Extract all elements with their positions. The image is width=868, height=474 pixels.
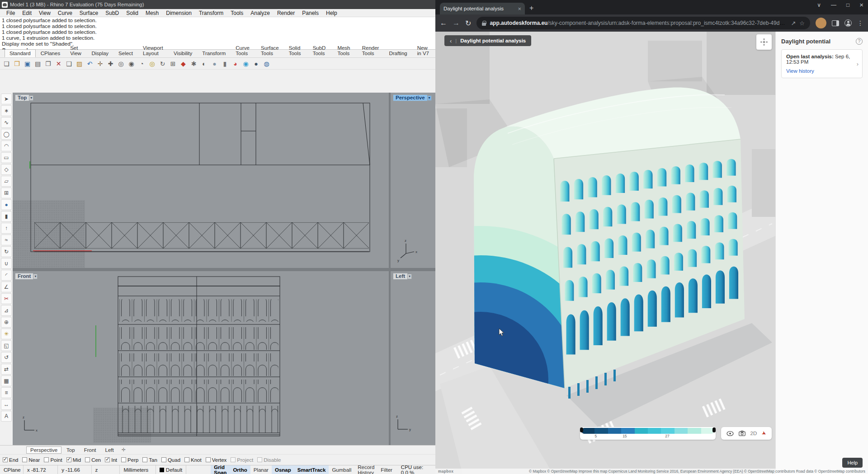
toolbar-tab[interactable]: Mesh Tools bbox=[332, 44, 357, 57]
rotate-tool-icon[interactable]: ↺ bbox=[1, 352, 12, 363]
toolbar-tab[interactable]: Transform bbox=[197, 49, 231, 57]
hide-objects-icon[interactable]: ◐ bbox=[199, 59, 209, 68]
pointer-tool-icon[interactable]: ➤ bbox=[761, 429, 768, 437]
toolbar-tab[interactable]: Display bbox=[86, 49, 113, 57]
toolbar-tab[interactable]: Surface Tools bbox=[256, 44, 284, 57]
view-history-link[interactable]: View history bbox=[786, 68, 858, 74]
mirror-tool-icon[interactable]: ⇄ bbox=[1, 364, 12, 375]
toolbar-tab[interactable]: Solid Tools bbox=[284, 44, 308, 57]
browser-menu-icon[interactable]: ⋮ bbox=[857, 19, 863, 27]
color-wheel-icon[interactable]: ◉ bbox=[241, 59, 250, 68]
checkbox-icon[interactable] bbox=[105, 457, 110, 462]
scale-tool-icon[interactable]: ◱ bbox=[1, 340, 12, 351]
help-globe-icon[interactable]: ◍ bbox=[262, 59, 271, 68]
menu-item[interactable]: Solid bbox=[123, 9, 142, 17]
status-toggle[interactable]: Ortho bbox=[230, 465, 250, 474]
select-tool-icon[interactable]: ➤ bbox=[1, 94, 12, 104]
show-objects-icon[interactable]: ● bbox=[210, 59, 219, 68]
checkbox-icon[interactable] bbox=[66, 457, 71, 462]
viewport-front-label[interactable]: Front▾ bbox=[15, 273, 38, 280]
copy-icon[interactable]: ❑ bbox=[64, 59, 74, 68]
checkbox-icon[interactable] bbox=[206, 457, 211, 462]
point-tool-icon[interactable]: ∗ bbox=[1, 105, 12, 116]
status-toggle[interactable]: Planar bbox=[250, 465, 272, 474]
osnap-checkbox[interactable]: Perp bbox=[121, 457, 138, 463]
split-tool-icon[interactable]: ⊿ bbox=[1, 305, 12, 316]
viewport-dropdown-icon[interactable]: ▾ bbox=[33, 274, 38, 279]
render-icon[interactable]: ◕ bbox=[231, 59, 240, 68]
box-tool-icon[interactable]: ⊞ bbox=[1, 188, 12, 198]
reload-icon[interactable]: ↻ bbox=[465, 19, 471, 28]
analysis-breadcrumb[interactable]: ‹ | Daylight potential analysis bbox=[444, 35, 531, 46]
checkbox-icon[interactable] bbox=[3, 457, 8, 462]
extrude-tool-icon[interactable]: ↑ bbox=[1, 223, 12, 234]
pan-icon[interactable]: ✛ bbox=[95, 59, 105, 68]
offset-tool-icon[interactable]: ≡ bbox=[1, 387, 12, 398]
toolbar-tab[interactable]: CPlanes bbox=[36, 49, 65, 57]
checkbox-icon[interactable] bbox=[161, 457, 166, 462]
viewport-layout-icon[interactable]: ⊞ bbox=[168, 59, 178, 68]
toolbar-tab[interactable]: Drafting bbox=[384, 49, 412, 57]
new-file-icon[interactable]: ❏ bbox=[2, 59, 11, 68]
profile-icon[interactable] bbox=[844, 19, 852, 27]
checkbox-icon[interactable] bbox=[44, 457, 49, 462]
toolbar-tab[interactable]: Select bbox=[113, 49, 138, 57]
osnap-checkbox[interactable]: Mid bbox=[66, 457, 81, 463]
viewport-dropdown-icon[interactable]: ▾ bbox=[408, 274, 412, 279]
viewport-left-label[interactable]: Left▾ bbox=[393, 273, 412, 280]
undo-icon[interactable]: ↶ bbox=[85, 59, 94, 68]
dimension-tool-icon[interactable]: ↔ bbox=[1, 399, 12, 410]
lock-objects-icon[interactable]: ▮ bbox=[220, 59, 230, 68]
help-circle-icon[interactable]: ? bbox=[856, 38, 863, 45]
osnap-checkbox[interactable]: Quad bbox=[161, 457, 180, 463]
osnap-checkbox[interactable]: End bbox=[3, 457, 18, 463]
bookmark-star-icon[interactable]: ☆ bbox=[799, 20, 805, 27]
toolbar-tab[interactable]: Viewport Layout bbox=[138, 44, 169, 57]
camera-icon[interactable] bbox=[739, 431, 745, 436]
minimize-icon[interactable]: — bbox=[831, 2, 836, 8]
last-analysis-card[interactable]: Open last analysis: Sep 6, 12:53 PM View… bbox=[781, 49, 863, 78]
toolbar-tab[interactable]: SubD Tools bbox=[308, 44, 333, 57]
rectangle-tool-icon[interactable]: ▭ bbox=[1, 152, 12, 163]
help-button[interactable]: Help bbox=[842, 458, 863, 468]
curve-tool-icon[interactable]: ∿ bbox=[1, 117, 12, 128]
text-tool-icon[interactable]: A bbox=[1, 411, 12, 422]
forma-canvas[interactable]: ‹ | Daylight potential analysis bbox=[435, 32, 775, 474]
status-toggle[interactable]: Filter bbox=[377, 465, 396, 474]
status-toggle[interactable]: Osnap bbox=[272, 465, 294, 474]
checkbox-icon[interactable] bbox=[142, 457, 147, 462]
mapbox-logo[interactable]: mapbox bbox=[438, 469, 453, 474]
toolbar-tab[interactable]: Visibility bbox=[169, 49, 197, 57]
https-lock-icon[interactable] bbox=[482, 21, 486, 26]
rotate-view-icon[interactable]: ↻ bbox=[158, 59, 167, 68]
maximize-icon[interactable]: □ bbox=[846, 2, 849, 8]
polygon-tool-icon[interactable]: ◇ bbox=[1, 164, 12, 175]
surface-tool-icon[interactable]: ▱ bbox=[1, 176, 12, 187]
menu-item[interactable]: View bbox=[35, 9, 54, 17]
status-cplane[interactable]: CPlane bbox=[0, 465, 24, 474]
print-icon[interactable]: ▤ bbox=[33, 59, 42, 68]
toolbar-tab[interactable]: Curve Tools bbox=[231, 44, 256, 57]
join-tool-icon[interactable]: ⊕ bbox=[1, 317, 12, 328]
osnap-checkbox[interactable]: Cen bbox=[85, 457, 101, 463]
osnap-checkbox[interactable]: Tan bbox=[142, 457, 157, 463]
named-views-icon[interactable]: ◆ bbox=[179, 59, 188, 68]
recenter-button[interactable] bbox=[756, 34, 772, 50]
osnap-checkbox[interactable]: Project bbox=[231, 457, 253, 463]
checkbox-icon[interactable] bbox=[121, 457, 126, 462]
viewport-page-tab[interactable]: Left bbox=[101, 446, 118, 454]
zoom-window-icon[interactable]: ◉ bbox=[127, 59, 136, 68]
status-toggle[interactable]: Grid Snap bbox=[211, 465, 230, 474]
add-viewport-tab-icon[interactable]: ✛ bbox=[119, 447, 128, 453]
menu-item[interactable]: Render bbox=[274, 9, 298, 17]
paste-icon[interactable]: ▨ bbox=[75, 59, 84, 68]
zoom-selected-icon[interactable]: ◎ bbox=[147, 59, 157, 68]
viewport-page-tab[interactable]: Perspective bbox=[26, 446, 61, 454]
viewport-perspective-label[interactable]: Perspective▾ bbox=[393, 94, 432, 101]
sweep-tool-icon[interactable]: ∪ bbox=[1, 258, 12, 269]
menu-item[interactable]: Tools bbox=[227, 9, 247, 17]
loft-tool-icon[interactable]: ≈ bbox=[1, 235, 12, 245]
visibility-eye-icon[interactable] bbox=[726, 431, 734, 436]
arc-tool-icon[interactable]: ◠ bbox=[1, 141, 12, 151]
side-panel-icon[interactable] bbox=[832, 20, 839, 26]
